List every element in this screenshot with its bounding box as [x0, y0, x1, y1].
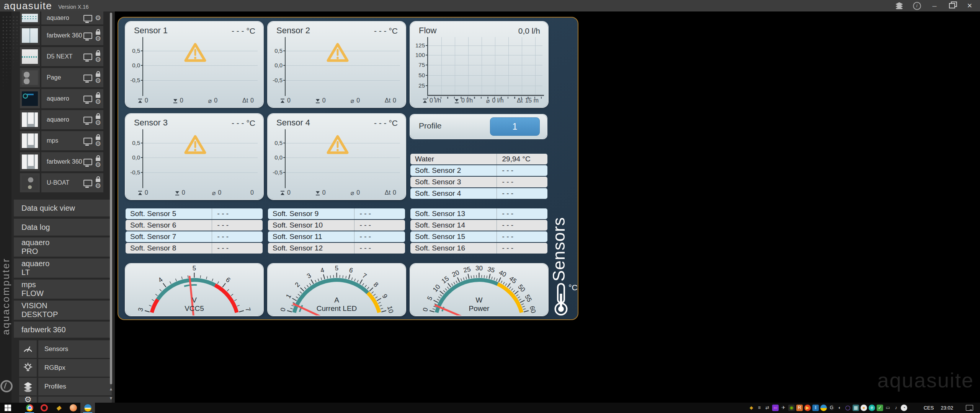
tray-eset-icon[interactable]: e [869, 405, 875, 411]
gear-icon[interactable]: ⚙ [95, 162, 101, 168]
tray-droplet-icon[interactable]: ● [861, 405, 867, 411]
tray-logitech-g-icon[interactable]: G [828, 405, 835, 411]
gear-icon[interactable]: ⚙ [95, 120, 101, 126]
tray-layers-icon[interactable]: ≡ [756, 405, 763, 411]
lock-icon[interactable] [96, 179, 100, 182]
taskbar-peach-app-icon[interactable] [66, 403, 80, 413]
keyboard-locale[interactable]: CES [924, 405, 934, 411]
tray-volume-icon[interactable]: ♪ [893, 405, 899, 411]
sidebar-item-farbwerk-360[interactable]: farbwerk 360 ⚙ [11, 26, 115, 45]
gear-icon[interactable]: ⚙ [95, 57, 101, 63]
close-button[interactable]: × [965, 1, 975, 10]
clock[interactable]: 23:02 [941, 405, 953, 411]
device-thumbnail[interactable] [20, 131, 40, 150]
device-thumbnail[interactable] [20, 152, 40, 171]
sidebar-scrollbar[interactable] [110, 13, 112, 384]
layers-icon[interactable] [894, 1, 904, 10]
sidebar-item-aquaero[interactable]: aquaero ⚙ [11, 110, 115, 129]
tray-defender-icon[interactable]: ✓ [877, 405, 883, 411]
titlebar: aquasuite Version X.16 i – × [0, 0, 980, 11]
taskbar-gold-app-icon[interactable]: ◆ [51, 403, 66, 413]
tray-stats-bars-icon[interactable]: ‖ [812, 405, 819, 411]
monitor-icon[interactable] [83, 159, 92, 165]
gear-icon[interactable]: ⚙ [95, 99, 101, 105]
gear-icon[interactable]: ⚙ [95, 183, 101, 189]
clock-area[interactable]: CES 23:02 [924, 405, 953, 411]
tray-gold-app-icon[interactable]: ◆ [748, 405, 755, 411]
tray-photo-icon[interactable]: ▦ [853, 405, 859, 411]
notification-center-icon[interactable] [966, 405, 973, 411]
tray-globe-icon[interactable]: ◐ [836, 405, 843, 411]
lock-icon[interactable] [96, 31, 100, 35]
device-thumbnail[interactable] [20, 11, 40, 24]
monitor-icon[interactable] [83, 96, 92, 102]
gear-icon[interactable]: ⚙ [95, 78, 101, 84]
info-icon[interactable]: i [912, 1, 922, 10]
taskbar-chrome-icon[interactable] [22, 403, 37, 413]
gear-icon[interactable]: ⚙ [95, 15, 101, 21]
lock-icon[interactable] [96, 73, 100, 77]
lock-icon[interactable] [96, 94, 100, 98]
taskbar-opera-icon [41, 404, 48, 411]
lock-icon[interactable] [96, 137, 100, 140]
sidebar-item-aquaero-lt[interactable]: aquaeroLT [14, 259, 112, 278]
monitor-icon[interactable] [83, 75, 92, 81]
gear-icon[interactable]: ⚙ [95, 141, 101, 147]
monitor-icon[interactable] [83, 15, 92, 21]
device-thumbnail[interactable] [20, 26, 40, 45]
tray-purple-ring-icon[interactable]: ◯ [844, 405, 851, 411]
sidebar-item-data-log[interactable]: Data log [14, 219, 112, 236]
gear-icon[interactable]: ⚙ [95, 36, 101, 42]
sidebar-item-sensors[interactable]: Sensors [11, 340, 115, 358]
sidebar-item-vision-desktop[interactable]: VISIONDESKTOP [14, 301, 112, 320]
monitor-icon[interactable] [83, 54, 92, 60]
tray-plane-icon[interactable]: ✈ [780, 405, 787, 411]
lock-icon[interactable] [96, 52, 100, 56]
soft-sensor-table-1: Soft. Sensor 5- - - Soft. Sensor 6- - - … [126, 208, 263, 254]
sidebar-item-aquaero[interactable]: aquaero ⚙ [11, 89, 115, 108]
monitor-icon[interactable] [83, 33, 92, 39]
sidebar-item-farbwerk-360-page[interactable]: farbwerk 360 [14, 322, 112, 338]
sidebar-item-rgbpx[interactable]: RGBpx [11, 359, 115, 377]
table-row: Soft. Sensor 6- - - [126, 220, 263, 231]
sidebar-item-d5-next[interactable]: D5 NEXT ⚙ [11, 47, 115, 66]
sidebar-item-mps[interactable]: mps ⚙ [11, 131, 115, 150]
minimize-button[interactable]: – [929, 1, 939, 10]
sidebar-item-partial[interactable]: ⚙ [11, 397, 115, 403]
device-thumbnail[interactable] [20, 89, 40, 108]
monitor-icon[interactable] [83, 180, 92, 186]
tray-usb-icon[interactable]: ⇄ [764, 405, 771, 411]
tray-network-icon[interactable]: ▭ [885, 405, 891, 411]
profile-button[interactable]: 1 [490, 117, 540, 136]
monitor-icon[interactable] [83, 117, 92, 123]
device-thumbnail[interactable] [20, 47, 40, 66]
device-thumbnail[interactable] [20, 173, 40, 192]
app-version: Version X.16 [58, 4, 88, 10]
tray-clock-sync-icon[interactable]: ◔ [901, 405, 907, 411]
sidebar-item-profiles[interactable]: Profiles [11, 378, 115, 395]
tray-aquasuite-icon[interactable] [820, 405, 827, 411]
scroll-down-icon[interactable]: ▼ [108, 395, 114, 401]
sidebar-item-aquaero[interactable]: aquaero ⚙ [11, 11, 115, 24]
sidebar-item-mps-flow[interactable]: mpsFLOW [14, 280, 112, 299]
tray-orange-user-icon[interactable]: R [796, 405, 803, 411]
tray-display-60-icon[interactable]: 60 [772, 405, 779, 411]
lock-icon[interactable] [96, 115, 100, 119]
sidebar-item-page[interactable]: Page ⚙ [11, 68, 115, 87]
taskbar-opera-icon[interactable] [37, 403, 51, 413]
restore-button[interactable] [947, 1, 957, 10]
sidebar-item-u-boat[interactable]: U-BOAT ⚙ [11, 173, 115, 192]
taskbar-aquasuite-icon[interactable] [80, 403, 95, 413]
start-button[interactable] [0, 403, 15, 413]
tray-nvidia-icon[interactable]: ◉ [788, 405, 795, 411]
monitor-icon[interactable] [83, 138, 92, 144]
sidebar-item-aquaero-pro[interactable]: aquaeroPRO [14, 237, 112, 257]
lock-icon[interactable] [96, 158, 100, 161]
taskbar-gold-app-icon: ◆ [55, 404, 62, 411]
tray-media-player-icon[interactable]: ▶ [804, 405, 811, 411]
scroll-up-icon[interactable]: ▲ [108, 386, 114, 392]
device-thumbnail[interactable] [20, 110, 40, 129]
sidebar-item-data-quick-view[interactable]: Data quick view [14, 200, 112, 216]
sidebar-item-farbwerk-360[interactable]: farbwerk 360 ⚙ [11, 152, 115, 171]
device-thumbnail[interactable] [20, 68, 40, 87]
